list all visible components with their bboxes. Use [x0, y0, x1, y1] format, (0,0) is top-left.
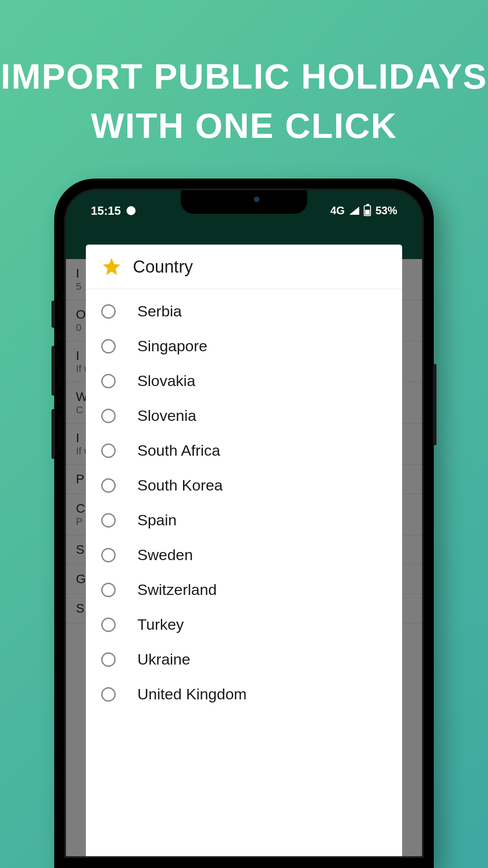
phone-volume-up: [52, 346, 55, 396]
country-label: Turkey: [137, 616, 184, 633]
radio-icon: [101, 374, 116, 388]
country-label: Switzerland: [137, 581, 217, 599]
phone-screen: 15:15 4G 53% I5O0IIf wWCIIf wPCPSGS: [66, 190, 422, 856]
phone-mockup: 15:15 4G 53% I5O0IIf wWCIIf wPCPSGS: [54, 179, 434, 868]
country-item[interactable]: United Kingdom: [86, 677, 402, 712]
radio-icon: [101, 548, 116, 562]
star-icon: [101, 256, 122, 277]
country-item[interactable]: Spain: [86, 503, 402, 538]
status-indicator-dot: [127, 206, 136, 215]
radio-icon: [101, 583, 116, 597]
country-item[interactable]: Slovakia: [86, 363, 402, 398]
radio-icon: [101, 304, 116, 319]
camera-dot: [254, 197, 259, 202]
radio-icon: [101, 618, 116, 632]
radio-icon: [101, 513, 116, 528]
country-label: South Korea: [137, 476, 223, 494]
country-label: Serbia: [137, 302, 182, 320]
country-item[interactable]: Singapore: [86, 329, 402, 363]
headline-line-2: with one click: [0, 101, 488, 151]
status-time: 15:15: [91, 204, 121, 218]
country-label: Sweden: [137, 546, 193, 564]
marketing-headline: Import public holidays with one click: [0, 0, 488, 151]
phone-notch: [181, 190, 307, 214]
headline-line-1: Import public holidays: [0, 52, 488, 101]
country-item[interactable]: Sweden: [86, 538, 402, 572]
signal-icon: [349, 207, 359, 215]
country-label: Slovenia: [137, 407, 196, 425]
country-item[interactable]: South Africa: [86, 433, 402, 468]
radio-icon: [101, 409, 116, 423]
network-label: 4G: [330, 204, 345, 217]
radio-icon: [101, 652, 116, 667]
country-label: Ukraine: [137, 651, 190, 668]
radio-icon: [101, 687, 116, 702]
phone-volume-down: [52, 409, 55, 459]
country-label: Singapore: [137, 337, 207, 355]
country-label: Spain: [137, 511, 177, 529]
battery-percent: 53%: [375, 204, 397, 217]
phone-side-button: [52, 301, 55, 328]
country-item[interactable]: Slovenia: [86, 398, 402, 433]
country-item[interactable]: South Korea: [86, 468, 402, 503]
battery-icon: [364, 205, 371, 216]
radio-icon: [101, 478, 116, 493]
radio-icon: [101, 339, 116, 354]
radio-icon: [101, 443, 116, 458]
country-item[interactable]: Turkey: [86, 607, 402, 642]
country-item[interactable]: Serbia: [86, 294, 402, 329]
dialog-title: Country: [133, 257, 193, 277]
country-item[interactable]: Ukraine: [86, 642, 402, 677]
phone-power-button: [433, 364, 436, 445]
country-item[interactable]: Switzerland: [86, 572, 402, 607]
country-label: Slovakia: [137, 372, 196, 390]
dialog-header: Country: [86, 245, 402, 289]
country-list: SerbiaSingaporeSlovakiaSloveniaSouth Afr…: [86, 289, 402, 716]
country-label: United Kingdom: [137, 685, 247, 703]
country-dialog: Country SerbiaSingaporeSlovakiaSloveniaS…: [86, 245, 402, 856]
country-label: South Africa: [137, 442, 220, 459]
